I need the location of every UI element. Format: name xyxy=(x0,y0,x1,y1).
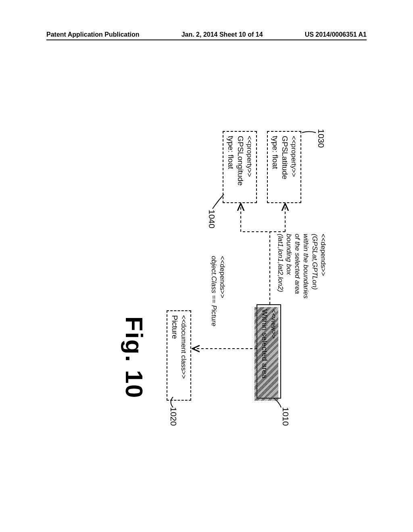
lat-stereo: <<property>> xyxy=(290,136,298,198)
dep-coords-stereo: <<depends>> xyxy=(319,234,327,299)
lon-stereo: <<property>> xyxy=(245,136,254,198)
ref-1020-curve xyxy=(164,396,174,410)
lat-type: type: float xyxy=(270,136,280,198)
doc-stereo: <<document class>> xyxy=(179,315,188,396)
diagram: 1030 <<property>> GPSLatitude type: floa… xyxy=(98,131,315,401)
dep-class-stereo: <<depends>> xyxy=(218,256,227,326)
header-left: Patent Application Publication xyxy=(46,31,140,38)
ref-1030-curve xyxy=(298,128,317,142)
doc-title: Picture xyxy=(170,315,179,396)
lon-title: GPSLongitude xyxy=(236,136,245,198)
dep-coords-l3: of the selected area xyxy=(293,234,302,299)
box-gps-longitude: <<property>> GPSLongitude type: float xyxy=(223,131,257,203)
lat-title: GPSLatitude xyxy=(280,136,290,198)
dep-class-text: object.Class == Picture xyxy=(210,256,218,326)
arrow-view-to-docclass xyxy=(188,345,257,357)
box-gps-latitude: <<property>> GPSLatitude type: float xyxy=(267,131,301,203)
view-stereo: <<view>> xyxy=(269,309,278,394)
view-title: Within selected area xyxy=(260,309,269,394)
header-divider xyxy=(46,39,367,40)
figure-label: Fig. 10 xyxy=(120,316,148,399)
ref-1040-curve xyxy=(206,193,225,214)
header-center: Jan. 2, 2014 Sheet 10 of 14 xyxy=(181,31,263,38)
box-view: <<view>> Within selected area xyxy=(257,304,281,399)
patent-header: Patent Application Publication Jan. 2, 2… xyxy=(0,31,413,38)
box-docclass: <<document class>> Picture xyxy=(167,310,191,401)
dep-coords-l1: (GPSLat,GPTLon) xyxy=(311,234,319,299)
lon-type: type: float xyxy=(226,136,236,198)
dep-coords-l2: within the boundaries xyxy=(302,234,310,299)
depends-class-label: <<depends>> object.Class == Picture xyxy=(210,256,227,326)
header-right: US 2014/0006351 A1 xyxy=(305,31,367,38)
arrow-view-to-properties xyxy=(233,202,289,306)
ref-1030: 1030 xyxy=(316,129,326,148)
